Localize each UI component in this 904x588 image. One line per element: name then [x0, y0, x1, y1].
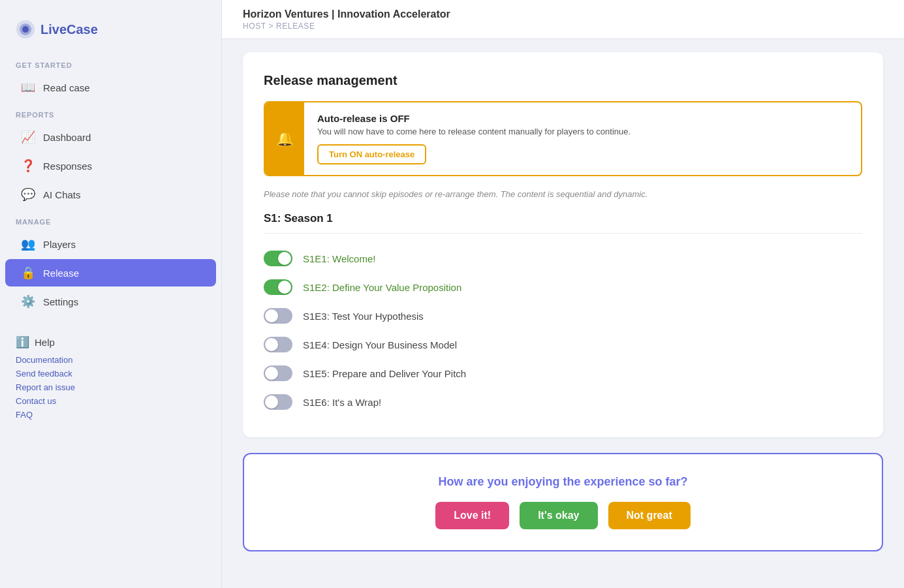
feedback-its-okay-button[interactable]: It's okay — [520, 502, 597, 529]
sidebar-item-players[interactable]: 👥 Players — [5, 230, 216, 258]
toggle-thumb — [265, 309, 278, 322]
players-icon: 👥 — [21, 237, 35, 251]
bell-icon: 🔔 — [276, 131, 294, 147]
season-divider — [264, 233, 862, 234]
toggle-thumb — [265, 395, 278, 409]
sidebar-item-release[interactable]: 🔒 Release — [5, 259, 216, 286]
episode-s1e3-label: S1E3: Test Your Hypothesis — [303, 311, 424, 322]
sidebar: LiveCase GET STARTED 📖 Read case REPORTS… — [0, 0, 222, 588]
toggle-thumb — [265, 338, 278, 351]
main-content: Release management 🔔 Auto-release is OFF… — [222, 0, 904, 588]
toggle-thumb — [278, 252, 291, 265]
episode-row: S1E6: It's a Wrap! — [264, 388, 862, 416]
documentation-link[interactable]: Documentation — [16, 353, 206, 367]
topbar: Horizon Ventures | Innovation Accelerato… — [222, 0, 904, 39]
logo-area: LiveCase — [0, 13, 221, 52]
send-feedback-link[interactable]: Send feedback — [16, 367, 206, 380]
auto-release-banner: 🔔 Auto-release is OFF You will now have … — [264, 101, 862, 176]
gear-icon: ⚙️ — [21, 294, 35, 309]
sidebar-item-settings[interactable]: ⚙️ Settings — [5, 288, 216, 315]
section-label-get-started: GET STARTED — [0, 52, 221, 73]
section-label-manage: MANAGE — [0, 209, 221, 230]
episode-row: S1E1: Welcome! — [264, 244, 862, 273]
sidebar-item-label: Dashboard — [43, 132, 91, 143]
toggle-thumb — [278, 281, 291, 294]
feedback-buttons: Love it! It's okay Not great — [265, 502, 861, 529]
episode-s1e1-toggle[interactable] — [264, 251, 292, 266]
feedback-card: How are you enjoying the experience so f… — [243, 453, 883, 551]
feedback-love-it-button[interactable]: Love it! — [435, 502, 509, 529]
chart-icon: 📈 — [21, 130, 35, 144]
sequential-note: Please note that you cannot skip episode… — [264, 189, 862, 199]
page-title: Release management — [264, 73, 862, 88]
livecase-logo-icon — [16, 20, 35, 39]
help-title: ℹ️ Help — [16, 335, 206, 349]
svg-point-2 — [22, 26, 29, 33]
episode-row: S1E3: Test Your Hypothesis — [264, 302, 862, 330]
episode-row: S1E4: Design Your Business Model — [264, 330, 862, 359]
turn-on-auto-release-button[interactable]: Turn ON auto-release — [317, 144, 426, 164]
episode-row: S1E5: Prepare and Deliver Your Pitch — [264, 359, 862, 388]
banner-title: Auto-release is OFF — [317, 113, 848, 124]
question-icon: ❓ — [21, 159, 35, 173]
faq-link[interactable]: FAQ — [16, 408, 206, 422]
sidebar-item-responses[interactable]: ❓ Responses — [5, 152, 216, 179]
episode-s1e5-toggle[interactable] — [264, 365, 292, 381]
episode-s1e4-label: S1E4: Design Your Business Model — [303, 339, 457, 350]
sidebar-item-label: AI Chats — [43, 189, 81, 200]
episode-s1e4-toggle[interactable] — [264, 337, 292, 352]
sidebar-item-label: Players — [43, 239, 76, 250]
banner-content: Auto-release is OFF You will now have to… — [304, 102, 861, 175]
episodes-list: S1E1: Welcome! S1E2: Define Your Value P… — [264, 244, 862, 416]
toggle-thumb — [265, 367, 278, 380]
episode-s1e3-toggle[interactable] — [264, 308, 292, 324]
logo-text: LiveCase — [40, 22, 98, 37]
sidebar-item-label: Settings — [43, 296, 78, 307]
contact-us-link[interactable]: Contact us — [16, 394, 206, 408]
section-label-reports: REPORTS — [0, 102, 221, 123]
report-issue-link[interactable]: Report an issue — [16, 380, 206, 394]
episode-s1e2-label: S1E2: Define Your Value Proposition — [303, 282, 461, 293]
book-icon: 📖 — [21, 80, 35, 95]
season-title: S1: Season 1 — [264, 212, 862, 225]
topbar-title: Horizon Ventures | Innovation Accelerato… — [243, 8, 450, 20]
banner-icon-area: 🔔 — [265, 102, 304, 175]
episode-s1e1-label: S1E1: Welcome! — [303, 253, 375, 264]
breadcrumb: HOST > RELEASE — [243, 22, 450, 31]
sidebar-item-ai-chats[interactable]: 💬 AI Chats — [5, 181, 216, 208]
sidebar-item-label: Release — [43, 268, 79, 279]
chat-icon: 💬 — [21, 187, 35, 202]
sidebar-item-label: Read case — [43, 82, 90, 93]
banner-description: You will now have to come here to releas… — [317, 127, 848, 136]
help-section: ℹ️ Help Documentation Send feedback Repo… — [0, 329, 221, 424]
release-management-card: Release management 🔔 Auto-release is OFF… — [243, 52, 883, 437]
episode-s1e6-label: S1E6: It's a Wrap! — [303, 397, 381, 408]
sidebar-item-label: Responses — [43, 161, 92, 172]
sidebar-item-dashboard[interactable]: 📈 Dashboard — [5, 123, 216, 151]
lock-icon: 🔒 — [21, 266, 35, 280]
episode-s1e2-toggle[interactable] — [264, 279, 292, 295]
feedback-question: How are you enjoying the experience so f… — [265, 475, 861, 489]
episode-s1e6-toggle[interactable] — [264, 394, 292, 410]
episode-row: S1E2: Define Your Value Proposition — [264, 273, 862, 302]
sidebar-item-read-case[interactable]: 📖 Read case — [5, 74, 216, 101]
episode-s1e5-label: S1E5: Prepare and Deliver Your Pitch — [303, 368, 466, 379]
info-icon: ℹ️ — [16, 335, 29, 349]
feedback-not-great-button[interactable]: Not great — [608, 502, 691, 529]
